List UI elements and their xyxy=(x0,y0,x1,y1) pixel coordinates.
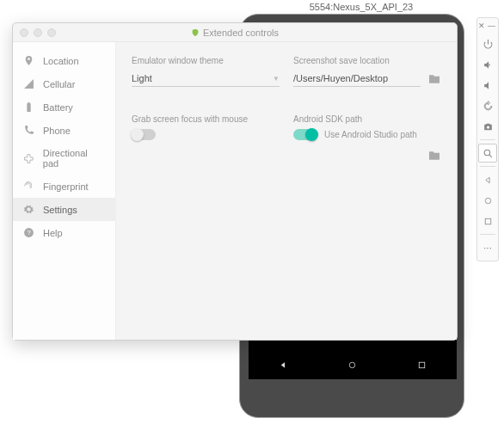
sidebar-item-label: Help xyxy=(43,228,63,238)
folder-icon[interactable] xyxy=(427,149,441,163)
sidebar-item-label: Fingerprint xyxy=(43,181,89,192)
grab-focus-label: Grab screen focus with mouse xyxy=(132,114,280,124)
sidebar-item-label: Battery xyxy=(43,102,73,113)
svg-point-0 xyxy=(350,362,356,368)
close-icon[interactable]: ✕ xyxy=(478,22,485,30)
sidebar-item-location[interactable]: Location xyxy=(13,49,115,72)
sidebar-item-label: Location xyxy=(43,56,79,66)
camera-icon[interactable] xyxy=(478,117,497,136)
fingerprint-icon xyxy=(23,181,34,192)
volume-down-icon[interactable] xyxy=(478,76,497,95)
emulator-toolbar: ✕ — ··· xyxy=(476,17,499,261)
dpad-icon xyxy=(23,153,34,164)
location-icon xyxy=(23,55,34,66)
sidebar-item-label: Directional pad xyxy=(43,148,105,169)
sidebar-item-fingerprint[interactable]: Fingerprint xyxy=(13,175,115,198)
screenshot-location-label: Screenshot save location xyxy=(293,56,441,65)
svg-point-3 xyxy=(484,150,490,156)
sidebar: Location Cellular Battery Phone Directio… xyxy=(13,42,116,340)
more-icon[interactable]: ··· xyxy=(478,238,497,257)
screenshot-path-field[interactable]: /Users/Huyen/Desktop xyxy=(293,71,421,87)
nav-back-button[interactable] xyxy=(278,359,289,374)
use-studio-path-toggle[interactable] xyxy=(293,129,317,140)
theme-value: Light xyxy=(132,73,152,83)
home-icon[interactable] xyxy=(478,191,497,210)
help-icon: ? xyxy=(23,227,34,238)
grab-focus-toggle[interactable] xyxy=(132,129,156,140)
svg-text:?: ? xyxy=(27,229,30,236)
sdk-path-label: Android SDK path xyxy=(293,114,441,124)
sidebar-item-settings[interactable]: Settings xyxy=(13,198,115,221)
overview-icon[interactable] xyxy=(478,212,497,230)
theme-dropdown[interactable]: Light ▼ xyxy=(132,71,280,87)
sidebar-item-label: Phone xyxy=(43,126,71,136)
back-icon[interactable] xyxy=(478,170,497,189)
zoom-icon[interactable] xyxy=(478,144,497,163)
sidebar-item-help[interactable]: ? Help xyxy=(13,221,115,244)
minimize-icon[interactable]: — xyxy=(488,22,495,30)
window-titlebar[interactable]: Extended controls xyxy=(13,23,457,42)
folder-icon[interactable] xyxy=(427,72,441,86)
sidebar-item-label: Cellular xyxy=(43,79,75,89)
svg-point-2 xyxy=(486,126,489,128)
svg-rect-1 xyxy=(419,362,425,368)
cellular-icon xyxy=(23,78,34,89)
sidebar-item-phone[interactable]: Phone xyxy=(13,119,115,142)
settings-panel: Emulator window theme Light ▼ Grab scree… xyxy=(116,42,457,340)
sidebar-item-dpad[interactable]: Directional pad xyxy=(13,142,115,175)
rotate-icon[interactable] xyxy=(478,96,497,115)
nav-home-button[interactable] xyxy=(347,359,358,374)
battery-icon xyxy=(23,101,34,113)
sidebar-item-label: Settings xyxy=(43,205,77,215)
extended-controls-window: Extended controls Location Cellular Batt… xyxy=(12,22,458,341)
use-studio-path-label: Use Android Studio path xyxy=(324,130,417,139)
theme-label: Emulator window theme xyxy=(132,56,280,65)
shield-icon xyxy=(191,28,200,37)
phone-icon xyxy=(23,125,34,136)
window-title: Extended controls xyxy=(203,28,279,38)
chevron-down-icon: ▼ xyxy=(273,75,280,83)
power-icon[interactable] xyxy=(478,34,497,53)
gear-icon xyxy=(23,204,34,215)
svg-point-4 xyxy=(485,198,491,204)
android-nav-bar xyxy=(249,353,457,379)
sidebar-item-cellular[interactable]: Cellular xyxy=(13,72,115,95)
nav-recent-button[interactable] xyxy=(416,359,427,374)
volume-up-icon[interactable] xyxy=(478,55,497,74)
svg-rect-5 xyxy=(485,218,491,224)
emulator-title: 5554:Nexus_5X_API_23 xyxy=(258,2,464,12)
sidebar-item-battery[interactable]: Battery xyxy=(13,95,115,119)
